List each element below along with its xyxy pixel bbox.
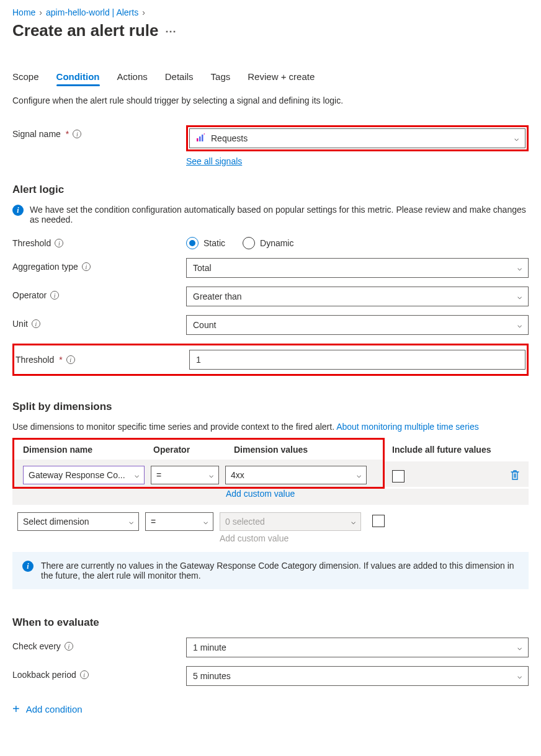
dimension-name-value: Gateway Response Co...	[29, 470, 135, 480]
tabs: Scope Condition Actions Details Tags Rev…	[12, 71, 529, 84]
chart-bar-icon	[196, 133, 206, 145]
info-icon[interactable]: i	[50, 291, 59, 300]
dimension-operator-select-2[interactable]: = ⌵	[145, 512, 213, 531]
chevron-down-icon: ⌵	[351, 517, 355, 526]
chevron-right-icon: ›	[39, 7, 42, 17]
svg-rect-1	[199, 136, 201, 141]
dimensions-heading: Split by dimensions	[12, 401, 529, 413]
more-icon[interactable]: ⋯	[165, 24, 176, 38]
tab-scope[interactable]: Scope	[12, 71, 39, 84]
info-icon[interactable]: i	[32, 319, 40, 328]
info-icon[interactable]: i	[82, 262, 91, 271]
dimensions-description: Use dimensions to monitor specific time …	[12, 422, 336, 432]
unit-select[interactable]: Count ⌵	[186, 315, 529, 335]
chevron-right-icon: ›	[142, 7, 145, 17]
breadcrumb: Home › apim-hello-world | Alerts ›	[12, 7, 529, 17]
tab-actions[interactable]: Actions	[117, 71, 148, 84]
tab-review-create[interactable]: Review + create	[248, 71, 315, 84]
dimension-values-value-2: 0 selected	[225, 517, 351, 527]
dimension-name-value-2: Select dimension	[23, 517, 129, 527]
chevron-down-icon: ⌵	[209, 471, 213, 479]
dimension-name-select-2[interactable]: Select dimension ⌵	[17, 512, 139, 531]
info-icon[interactable]: i	[55, 239, 63, 247]
aggregation-type-select[interactable]: Total ⌵	[186, 258, 529, 278]
check-every-label: Check every	[12, 641, 61, 651]
radio-circle-icon	[186, 237, 199, 249]
add-custom-value-link-2: Add custom value	[220, 533, 288, 543]
required-indicator: *	[59, 355, 62, 365]
dimension-name-select[interactable]: Gateway Response Co... ⌵	[23, 466, 145, 484]
radio-dynamic[interactable]: Dynamic	[243, 237, 293, 249]
chevron-down-icon: ⌵	[517, 264, 522, 272]
add-custom-value-link[interactable]: Add custom value	[226, 489, 295, 499]
threshold-value-label: Threshold	[16, 355, 54, 365]
chevron-down-icon: ⌵	[517, 643, 522, 652]
alert-logic-info: We have set the condition configuration …	[30, 205, 529, 225]
evaluate-heading: When to evaluate	[12, 616, 529, 629]
add-condition-label: Add condition	[26, 704, 83, 714]
tab-condition[interactable]: Condition	[56, 71, 100, 84]
dimension-values-select[interactable]: 4xx ⌵	[225, 466, 367, 484]
dimension-operator-value: =	[156, 470, 209, 480]
info-badge-icon: i	[22, 561, 34, 572]
info-badge-icon: i	[12, 205, 24, 216]
dimension-values-value: 4xx	[231, 470, 357, 480]
signal-name-select[interactable]: Requests ⌵	[189, 128, 525, 148]
breadcrumb-item[interactable]: apim-hello-world | Alerts	[46, 7, 138, 17]
unit-label: Unit	[12, 319, 28, 329]
radio-static-label: Static	[203, 238, 225, 248]
breadcrumb-home[interactable]: Home	[12, 7, 35, 17]
tab-tags[interactable]: Tags	[211, 71, 231, 84]
operator-label: Operator	[12, 290, 47, 300]
tab-description: Configure when the alert rule should tri…	[12, 96, 529, 105]
required-indicator: *	[66, 129, 69, 139]
info-icon[interactable]: i	[66, 355, 75, 364]
include-future-checkbox[interactable]	[392, 470, 405, 483]
info-icon[interactable]: i	[80, 670, 89, 679]
threshold-type-label: Threshold	[12, 238, 51, 248]
chevron-down-icon: ⌵	[514, 134, 519, 143]
info-icon[interactable]: i	[73, 130, 81, 138]
col-dimension-name: Dimension name	[23, 445, 153, 455]
unit-value: Count	[193, 320, 216, 330]
col-include-future: Include all future values	[392, 445, 491, 455]
signal-name-value: Requests	[211, 133, 248, 143]
aggregation-type-value: Total	[193, 263, 212, 273]
operator-select[interactable]: Greater than ⌵	[186, 287, 529, 306]
dimension-values-select-2[interactable]: 0 selected ⌵	[220, 512, 361, 531]
signal-name-label: Signal name	[12, 129, 61, 139]
col-operator: Operator	[153, 445, 234, 455]
col-dimension-values: Dimension values	[234, 445, 383, 455]
dimension-operator-value-2: =	[151, 517, 203, 527]
chevron-down-icon: ⌵	[129, 517, 133, 526]
threshold-value: 1	[196, 355, 201, 365]
chevron-down-icon: ⌵	[517, 672, 522, 680]
operator-value: Greater than	[193, 291, 242, 301]
plus-icon: +	[12, 702, 20, 716]
chevron-down-icon: ⌵	[135, 471, 139, 479]
lookback-select[interactable]: 5 minutes ⌵	[186, 666, 529, 686]
lookback-label: Lookback period	[12, 670, 76, 680]
radio-static[interactable]: Static	[186, 237, 225, 249]
add-condition-button[interactable]: + Add condition	[12, 702, 529, 716]
dimensions-help-link[interactable]: About monitoring multiple time series	[336, 422, 479, 432]
svg-rect-2	[202, 135, 203, 141]
svg-rect-0	[197, 138, 199, 141]
chevron-down-icon: ⌵	[357, 471, 361, 479]
info-icon[interactable]: i	[65, 642, 73, 651]
trash-icon[interactable]	[510, 469, 520, 483]
radio-circle-icon	[243, 237, 255, 249]
check-every-value: 1 minute	[193, 643, 226, 652]
page-title: Create an alert rule	[12, 21, 159, 40]
check-every-select[interactable]: 1 minute ⌵	[186, 638, 529, 657]
chevron-down-icon: ⌵	[203, 517, 208, 526]
tab-details[interactable]: Details	[165, 71, 194, 84]
dimension-warning: There are currently no values in the Gat…	[41, 561, 519, 580]
dimension-operator-select[interactable]: = ⌵	[151, 466, 219, 484]
radio-dynamic-label: Dynamic	[260, 238, 293, 248]
lookback-value: 5 minutes	[193, 671, 231, 681]
see-all-signals-link[interactable]: See all signals	[186, 156, 242, 166]
include-future-checkbox-2[interactable]	[372, 515, 385, 527]
aggregation-type-label: Aggregation type	[12, 262, 78, 272]
threshold-value-input[interactable]: 1	[189, 350, 525, 370]
